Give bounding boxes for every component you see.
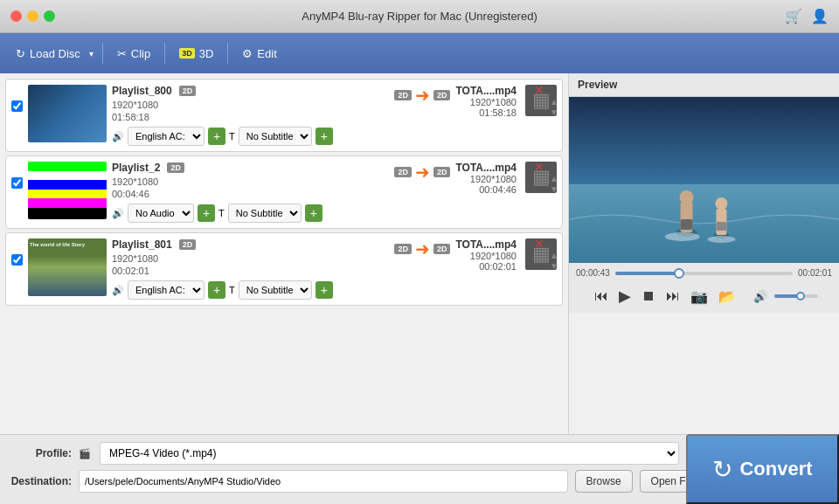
separator-2 <box>164 43 165 64</box>
progress-bar-container: 00:00:43 00:02:01 <box>576 268 832 278</box>
volume-icon-button[interactable]: 🔊 <box>750 288 771 305</box>
preview-controls: 00:00:43 00:02:01 ⏮ ▶ ⏹ ⏭ 📷 📂 🔊 <box>569 263 839 313</box>
playlist-1-name: Playlist_800 <box>112 85 172 97</box>
playlist-2-audio-row: 🔊 No Audio + T No Subtitle + <box>112 204 389 223</box>
minimize-button[interactable] <box>27 10 38 22</box>
edit-button[interactable]: ⚙ Edit <box>235 44 283 64</box>
add-audio-1-button[interactable]: + <box>208 128 225 145</box>
playlist-2-dur: 00:04:46 <box>112 188 389 200</box>
clip-button[interactable]: ✂ Clip <box>110 44 157 64</box>
playlist-2-output: TOTA....mp4 1920*1080 00:04:46 <box>455 162 517 195</box>
window-controls <box>10 10 55 22</box>
playlist-3-res: 1920*1080 <box>112 252 389 265</box>
arrow-3: ➜ <box>415 238 430 259</box>
item-1-close[interactable]: ✕ <box>534 83 544 97</box>
add-subtitle-1-button[interactable]: + <box>315 128 333 145</box>
3d-label: 3D <box>199 47 214 60</box>
subtitle-icon-2: T <box>218 208 225 218</box>
svg-point-10 <box>665 232 700 241</box>
playlist-2-subtitle-select[interactable]: No Subtitle <box>228 204 302 223</box>
volume-track[interactable] <box>774 294 818 298</box>
convert-icon: ↻ <box>712 455 732 484</box>
toolbar: ↻ Load Disc ▾ ✂ Clip 3D 3D ⚙ Edit <box>0 33 839 73</box>
playlist-1-subtitle-select[interactable]: No Subtitle <box>239 127 312 146</box>
playlist-3-checkbox[interactable] <box>11 254 23 266</box>
volume-section: 🔊 <box>750 288 818 305</box>
playlist-2-name: Playlist_2 <box>112 162 160 174</box>
app-title: AnyMP4 Blu-ray Ripper for Mac (Unregiste… <box>302 10 537 23</box>
browse-button[interactable]: Browse <box>575 470 633 493</box>
destination-label: Destination: <box>10 475 72 487</box>
item-3-close[interactable]: ✕ <box>534 237 544 251</box>
skip-end-button[interactable]: ⏭ <box>662 287 683 306</box>
playlist-2-res: 1920*1080 <box>112 176 389 188</box>
load-disc-label: Load Disc <box>30 47 80 60</box>
add-subtitle-2-button[interactable]: + <box>305 204 322 222</box>
playlist-3-dur: 00:02:01 <box>112 265 389 277</box>
volume-thumb <box>796 292 805 300</box>
playlist-3-subtitle-select[interactable]: No Subtitle <box>239 280 312 300</box>
maximize-button[interactable] <box>44 10 55 22</box>
svg-rect-4 <box>681 219 693 230</box>
snapshot-button[interactable]: 📷 <box>687 287 711 307</box>
playlist-area: Playlist_800 2D 1920*1080 01:58:18 🔊 Eng… <box>0 73 568 434</box>
progress-thumb <box>674 268 684 279</box>
add-audio-2-button[interactable]: + <box>198 204 215 222</box>
playlist-item: Playlist_800 2D 1920*1080 01:58:18 🔊 Eng… <box>5 79 563 152</box>
svg-point-5 <box>680 190 694 204</box>
profile-select[interactable]: MPEG-4 Video (*.mp4) <box>100 442 679 465</box>
playlist-2-arrow: 2D ➜ 2D <box>394 162 450 183</box>
item-2-expand[interactable]: ▲ ▼ <box>550 174 558 194</box>
playlist-1-audio-select[interactable]: English AC: <box>128 127 205 146</box>
chevron-up-icon: ▲ <box>550 174 558 183</box>
time-total: 00:02:01 <box>798 268 832 278</box>
close-button[interactable] <box>10 10 22 22</box>
chevron-down-icon: ▼ <box>550 107 558 117</box>
destination-input[interactable] <box>79 470 568 493</box>
playlist-1-arrow: 2D ➜ 2D <box>394 85 450 106</box>
subtitle-icon-3: T <box>229 285 235 295</box>
playlist-1-thumbnail <box>28 85 107 142</box>
cart-icon[interactable]: 🛒 <box>785 8 802 24</box>
playlist-2-audio-select[interactable]: No Audio <box>128 204 194 223</box>
playlist-item: The world of life Story Playlist_801 2D … <box>5 232 563 306</box>
3d-button[interactable]: 3D 3D <box>172 44 220 64</box>
convert-btn-inner: ↻ Convert <box>712 455 812 484</box>
svg-point-9 <box>715 197 727 210</box>
load-disc-group: ↻ Load Disc ▾ <box>9 44 95 64</box>
stop-button[interactable]: ⏹ <box>638 287 659 306</box>
chevron-up-icon: ▲ <box>550 97 558 107</box>
preview-video <box>569 97 839 263</box>
separator-1 <box>102 43 103 64</box>
skip-start-button[interactable]: ⏮ <box>591 287 612 306</box>
playlist-2-row1: Playlist_2 2D <box>112 162 389 174</box>
playlist-3-audio-select[interactable]: English AC: <box>128 280 205 300</box>
main-area: Playlist_800 2D 1920*1080 01:58:18 🔊 Eng… <box>0 73 839 434</box>
playlist-3-row1: Playlist_801 2D <box>112 238 389 251</box>
load-disc-dropdown[interactable]: ▾ <box>87 45 95 62</box>
add-audio-3-button[interactable]: + <box>208 281 225 299</box>
convert-button[interactable]: ↻ Convert <box>686 434 839 504</box>
audio-icon-1: 🔊 <box>112 131 124 142</box>
3d-badge: 3D <box>179 48 195 59</box>
item-2-close[interactable]: ✕ <box>534 160 544 174</box>
chevron-down-icon: ▼ <box>550 184 558 194</box>
badge-2d-out2-3: 2D <box>433 244 451 254</box>
load-disc-button[interactable]: ↻ Load Disc <box>9 44 87 64</box>
user-icon[interactable]: 👤 <box>811 8 829 24</box>
progress-track[interactable] <box>615 272 793 275</box>
clip-icon: ✂ <box>117 47 127 60</box>
titlebar: AnyMP4 Blu-ray Ripper for Mac (Unregiste… <box>0 0 839 33</box>
playlist-2-checkbox[interactable] <box>11 177 23 189</box>
item-3-expand[interactable]: ▲ ▼ <box>550 251 558 271</box>
play-button[interactable]: ▶ <box>615 285 634 307</box>
playlist-1-dur: 01:58:18 <box>112 111 389 123</box>
item-1-expand[interactable]: ▲ ▼ <box>550 97 558 117</box>
thumb-3-text: The world of life Story <box>30 242 85 247</box>
playlist-3-output: TOTA....mp4 1920*1080 00:02:01 <box>455 238 517 272</box>
time-current: 00:00:43 <box>576 268 610 278</box>
playlist-1-checkbox[interactable] <box>11 100 23 112</box>
add-subtitle-3-button[interactable]: + <box>315 281 333 299</box>
folder-button[interactable]: 📂 <box>715 287 739 307</box>
badge-2d-out-1: 2D <box>394 90 412 100</box>
